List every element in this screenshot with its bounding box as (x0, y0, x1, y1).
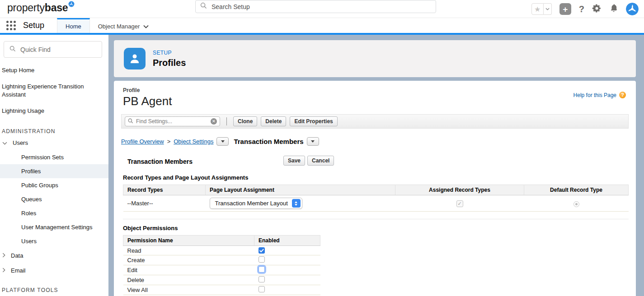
column-header-record-types: Record Types (123, 185, 206, 195)
sidebar-item-permission-sets[interactable]: Permission Sets (0, 150, 108, 164)
notifications-bell-icon[interactable] (609, 4, 618, 14)
sidebar-group-data[interactable]: Data (0, 248, 108, 263)
add-icon[interactable]: + (559, 3, 571, 15)
column-header-enabled: Enabled (254, 236, 320, 246)
sidebar-item-queues[interactable]: Queues (0, 192, 108, 206)
chevron-right-icon (2, 252, 5, 259)
sidebar-item-lightning-usage[interactable]: Lightning Usage (0, 103, 108, 119)
breadcrumb-profile-overview-link[interactable]: Profile Overview (121, 138, 164, 145)
record-types-table: Record Types Page Layout Assignment Assi… (123, 185, 629, 212)
breadcrumb: Profile Overview > Object Settings Trans… (121, 137, 636, 146)
table-row: View All (123, 285, 320, 295)
sidebar-item-lightning-experience-transition-assistant[interactable]: Lightning Experience Transition Assistan… (0, 79, 108, 103)
sidebar-item-public-groups[interactable]: Public Groups (0, 178, 108, 192)
permission-name: Delete (123, 275, 254, 285)
tab-home-label: Home (66, 23, 81, 30)
table-row: Edit (123, 265, 320, 275)
record-type-cell: --Master-- (123, 195, 206, 212)
default-record-type-radio (573, 201, 579, 207)
find-settings-input[interactable] (136, 118, 211, 125)
propertybase-swirl-icon (68, 0, 75, 10)
column-header-default-record-type: Default Record Type (524, 185, 629, 195)
cancel-button[interactable]: Cancel (307, 156, 334, 166)
toolbar-divider (226, 117, 227, 125)
help-icon[interactable]: ? (579, 4, 584, 14)
save-button[interactable]: Save (283, 156, 305, 166)
object-permissions-section: Object Permissions Permission Name Enabl… (123, 225, 629, 296)
column-header-permission-name: Permission Name (123, 236, 254, 246)
sidebar-group-email[interactable]: Email (0, 263, 108, 278)
delete-button[interactable]: Delete (261, 116, 286, 126)
breadcrumb-object-settings-link[interactable]: Object Settings (174, 138, 213, 145)
assigned-record-type-checkbox: ✓ (456, 200, 463, 207)
tab-object-manager-label: Object Manager (98, 23, 140, 30)
object-settings-dropdown-button[interactable] (216, 137, 229, 146)
help-for-this-page-link[interactable]: Help for this Page ? (573, 92, 626, 98)
edit-properties-button[interactable]: Edit Properties (290, 116, 337, 126)
quick-find-box[interactable] (4, 41, 102, 58)
permission-name: Read (123, 246, 254, 255)
logo-text-regular: property (7, 2, 45, 14)
setup-gear-icon[interactable] (592, 4, 602, 15)
permission-name: Create (123, 255, 254, 265)
page-layout-select-value: Transaction Member Layout (215, 200, 288, 207)
transaction-members-dropdown-button[interactable] (307, 137, 319, 146)
find-settings-box[interactable]: ✕ (125, 116, 220, 126)
profile-toolbar: ✕ Clone Delete Edit Properties (121, 114, 629, 129)
page-title: Profiles (153, 58, 186, 68)
search-icon (128, 117, 133, 125)
search-icon (200, 2, 207, 11)
delete-checkbox[interactable] (259, 276, 265, 282)
setup-tab-bar: Setup Home Object Manager (0, 18, 644, 33)
main-content: SETUP Profiles Profile PB Agent Help for… (108, 35, 644, 296)
help-link-label: Help for this Page (573, 92, 616, 98)
banner-eyebrow: SETUP (153, 50, 186, 56)
object-permissions-table: Permission Name Enabled Read Create (123, 235, 320, 296)
page-layout-select[interactable]: Transaction Member Layout (210, 198, 302, 209)
caret-down-icon (221, 140, 225, 143)
create-checkbox[interactable] (259, 256, 265, 263)
object-permissions-section-title: Object Permissions (123, 225, 629, 231)
sidebar-group-users[interactable]: Users (0, 135, 108, 150)
favorites-star-icon[interactable]: ★ (531, 3, 544, 15)
view-all-checkbox[interactable] (259, 286, 265, 292)
tab-object-manager[interactable]: Object Manager (90, 18, 157, 33)
chevron-down-icon (143, 23, 149, 30)
edit-checkbox[interactable] (259, 266, 265, 273)
chevron-right-icon (2, 267, 5, 274)
column-header-page-layout-assignment: Page Layout Assignment (206, 185, 395, 195)
section-divider (123, 219, 629, 219)
sidebar-item-user-management-settings[interactable]: User Management Settings (0, 220, 108, 234)
sidebar-item-roles[interactable]: Roles (0, 206, 108, 220)
tab-home[interactable]: Home (57, 18, 90, 33)
sidebar-group-users-label: Users (13, 139, 28, 146)
sidebar-item-profiles[interactable]: Profiles (0, 164, 108, 178)
record-types-section-title: Record Types and Page Layout Assignments (123, 174, 629, 181)
sidebar-item-setup-home[interactable]: Setup Home (0, 62, 108, 79)
app-launcher-waffle-icon[interactable] (6, 21, 16, 30)
profile-card: Profile PB Agent Help for this Page ? ✕ … (114, 81, 636, 296)
table-row: Create (123, 255, 320, 265)
global-search[interactable] (195, 0, 436, 13)
breadcrumb-current: Transaction Members (234, 138, 303, 145)
setup-sidebar: Setup Home Lightning Experience Transiti… (0, 35, 108, 296)
record-types-section: Record Types and Page Layout Assignments… (123, 174, 629, 219)
help-question-icon: ? (619, 92, 626, 98)
search-icon (9, 46, 16, 54)
chevron-down-icon (2, 139, 7, 146)
favorites-caret-icon[interactable] (544, 3, 552, 15)
read-checkbox[interactable] (259, 247, 265, 254)
clear-search-icon[interactable]: ✕ (211, 118, 217, 125)
permission-name: View All (123, 285, 254, 295)
logo-text-bold: base (45, 2, 68, 14)
favorites-control[interactable]: ★ (531, 3, 552, 15)
avatar[interactable] (626, 3, 639, 15)
clone-button[interactable]: Clone (233, 116, 257, 126)
select-stepper-icon (292, 199, 301, 208)
table-row: Delete (123, 275, 320, 285)
sidebar-section-platform-tools: PLATFORM TOOLS (2, 287, 108, 293)
setup-banner: SETUP Profiles (114, 40, 636, 77)
quick-find-input[interactable] (20, 46, 102, 53)
search-setup-input[interactable] (212, 3, 431, 10)
sidebar-item-users[interactable]: Users (0, 234, 108, 248)
